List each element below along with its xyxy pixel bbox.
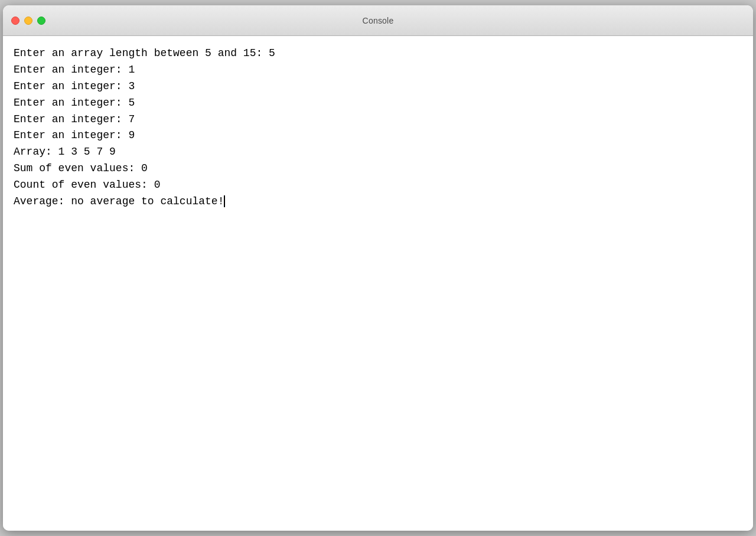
titlebar: Console xyxy=(3,5,753,36)
console-window: Console Enter an array length between 5 … xyxy=(3,5,753,531)
close-button[interactable] xyxy=(11,17,19,25)
console-line: Enter an integer: 5 xyxy=(14,95,742,112)
cursor xyxy=(224,195,225,207)
console-line: Array: 1 3 5 7 9 xyxy=(14,144,742,161)
console-line: Enter an integer: 3 xyxy=(14,79,742,95)
console-line: Count of even values: 0 xyxy=(14,177,742,194)
traffic-lights xyxy=(11,17,45,25)
console-line: Enter an integer: 9 xyxy=(14,128,742,144)
console-line: Enter an array length between 5 and 15: … xyxy=(14,45,742,62)
console-line: Enter an integer: 7 xyxy=(14,112,742,128)
console-line: Sum of even values: 0 xyxy=(14,161,742,177)
minimize-button[interactable] xyxy=(24,17,32,25)
console-line: Average: no average to calculate! xyxy=(14,194,742,210)
console-line: Enter an integer: 1 xyxy=(14,62,742,79)
maximize-button[interactable] xyxy=(37,17,45,25)
window-title: Console xyxy=(363,16,394,25)
console-output: Enter an array length between 5 and 15: … xyxy=(3,36,753,531)
